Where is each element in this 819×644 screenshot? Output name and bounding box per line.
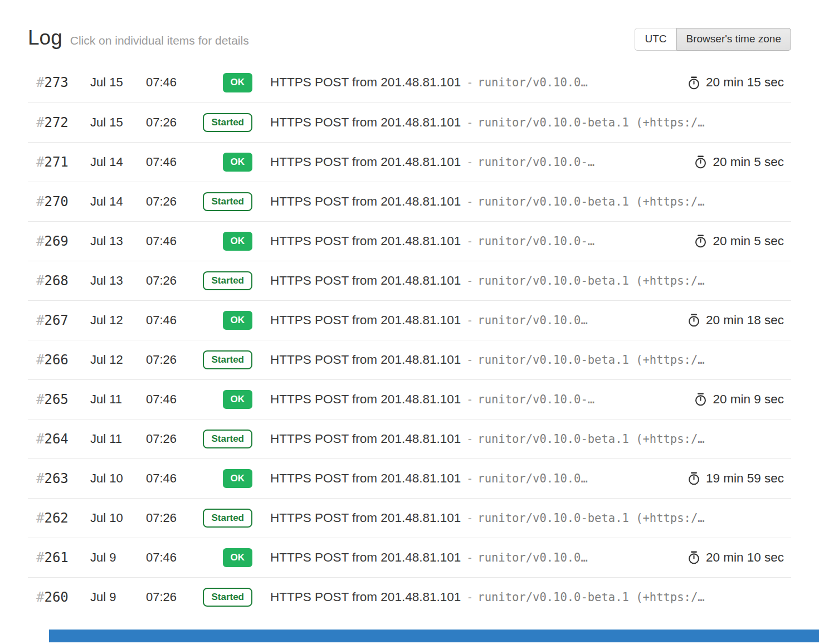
separator-dash: - <box>466 432 473 446</box>
log-row[interactable]: #269 Jul 13 07:46 OK HTTPS POST from 201… <box>28 221 791 261</box>
user-agent-text: runitor/v0.10.0-… <box>477 393 594 406</box>
separator-dash: - <box>466 472 473 485</box>
utc-button[interactable]: UTC <box>635 28 676 51</box>
duration-text: 20 min 15 sec <box>706 75 784 90</box>
event-time: 07:26 <box>146 432 200 446</box>
hash-sign: # <box>36 154 44 170</box>
status-badge-cell: OK <box>200 390 252 409</box>
status-badge: OK <box>223 73 253 92</box>
user-agent-text: runitor/v0.10.0-… <box>477 155 594 169</box>
separator-dash: - <box>466 511 473 525</box>
event-time: 07:46 <box>146 392 200 407</box>
log-row[interactable]: #262 Jul 10 07:26 Started HTTPS POST fro… <box>28 498 791 538</box>
event-time: 07:26 <box>146 194 200 209</box>
event-number-value: 264 <box>44 431 68 447</box>
user-agent-text: runitor/v0.10.0-… <box>477 235 594 248</box>
event-number: #268 <box>36 273 90 289</box>
event-date: Jul 11 <box>90 392 146 407</box>
hash-sign: # <box>36 233 44 249</box>
event-description: HTTPS POST from 201.48.81.101-runitor/v0… <box>270 194 705 209</box>
log-row[interactable]: #263 Jul 10 07:46 OK HTTPS POST from 201… <box>28 458 791 498</box>
event-description: HTTPS POST from 201.48.81.101-runitor/v0… <box>270 432 705 446</box>
user-agent-text: runitor/v0.10.0-beta.1 (+https:/… <box>477 511 704 525</box>
status-badge-cell: OK <box>200 469 252 488</box>
event-date: Jul 13 <box>90 234 146 248</box>
duration-text: 19 min 59 sec <box>706 471 784 486</box>
event-date: Jul 10 <box>90 471 146 486</box>
log-row[interactable]: #271 Jul 14 07:46 OK HTTPS POST from 201… <box>28 142 791 182</box>
status-badge: Started <box>203 350 252 369</box>
event-description: HTTPS POST from 201.48.81.101-runitor/v0… <box>270 590 705 604</box>
event-source-text: HTTPS POST from 201.48.81.101 <box>270 313 461 327</box>
hash-sign: # <box>36 550 44 565</box>
log-row[interactable]: #265 Jul 11 07:46 OK HTTPS POST from 201… <box>28 379 791 419</box>
stopwatch-icon <box>687 550 701 564</box>
user-agent-text: runitor/v0.10.0-beta.1 (+https:/… <box>477 432 704 446</box>
log-row[interactable]: #260 Jul 9 07:26 Started HTTPS POST from… <box>28 577 791 617</box>
event-date: Jul 10 <box>90 511 146 525</box>
event-source-text: HTTPS POST from 201.48.81.101 <box>270 234 461 248</box>
event-duration: 20 min 15 sec <box>676 75 784 90</box>
user-agent-text: runitor/v0.10.0-beta.1 (+https:/… <box>477 353 704 367</box>
event-number-value: 260 <box>44 589 68 605</box>
log-row[interactable]: #264 Jul 11 07:26 Started HTTPS POST fro… <box>28 419 791 458</box>
event-time: 07:26 <box>146 353 200 367</box>
status-badge: OK <box>223 548 253 567</box>
event-number: #269 <box>36 233 90 249</box>
event-date: Jul 9 <box>90 550 146 565</box>
page-subtitle: Click on individual items for details <box>70 34 249 47</box>
status-badge: OK <box>223 153 253 172</box>
log-row[interactable]: #261 Jul 9 07:46 OK HTTPS POST from 201.… <box>28 538 791 577</box>
event-time: 07:26 <box>146 511 200 525</box>
event-description: HTTPS POST from 201.48.81.101-runitor/v0… <box>270 234 594 248</box>
status-badge: OK <box>223 390 253 409</box>
separator-dash: - <box>466 314 473 327</box>
event-duration: 19 min 59 sec <box>676 471 784 486</box>
duration-text: 20 min 5 sec <box>713 155 784 169</box>
hash-sign: # <box>36 75 44 90</box>
event-number-value: 261 <box>44 550 68 565</box>
event-number: #272 <box>36 115 90 130</box>
stopwatch-icon <box>694 392 708 406</box>
event-number-value: 272 <box>44 115 68 130</box>
status-badge: Started <box>203 509 252 528</box>
event-date: Jul 12 <box>90 313 146 328</box>
event-time: 07:26 <box>146 274 200 288</box>
hash-sign: # <box>36 115 44 130</box>
hash-sign: # <box>36 194 44 209</box>
event-source-text: HTTPS POST from 201.48.81.101 <box>270 194 461 208</box>
event-number: #263 <box>36 471 90 486</box>
event-number-value: 267 <box>44 313 68 328</box>
log-row[interactable]: #270 Jul 14 07:26 Started HTTPS POST fro… <box>28 182 791 221</box>
user-agent-text: runitor/v0.10.0… <box>477 76 587 89</box>
status-badge-cell: Started <box>200 113 252 132</box>
separator-dash: - <box>466 591 473 604</box>
separator-dash: - <box>466 393 473 406</box>
stopwatch-icon <box>694 234 708 248</box>
event-duration: 20 min 5 sec <box>682 234 784 248</box>
log-row[interactable]: #273 Jul 15 07:46 OK HTTPS POST from 201… <box>28 63 791 103</box>
event-source-text: HTTPS POST from 201.48.81.101 <box>270 432 461 446</box>
event-source-text: HTTPS POST from 201.48.81.101 <box>270 550 461 564</box>
event-date: Jul 12 <box>90 353 146 367</box>
log-row[interactable]: #267 Jul 12 07:46 OK HTTPS POST from 201… <box>28 300 791 340</box>
stopwatch-icon <box>687 471 701 485</box>
user-agent-text: runitor/v0.10.0-beta.1 (+https:/… <box>477 274 704 287</box>
event-number: #260 <box>36 589 90 605</box>
status-badge-cell: OK <box>200 311 252 330</box>
hash-sign: # <box>36 431 44 447</box>
event-number: #273 <box>36 75 90 90</box>
event-source-text: HTTPS POST from 201.48.81.101 <box>270 353 461 367</box>
status-badge: Started <box>203 588 252 607</box>
event-time: 07:46 <box>146 550 200 565</box>
browser-timezone-button[interactable]: Browser's time zone <box>676 28 791 51</box>
event-number-value: 270 <box>44 194 68 209</box>
status-badge: OK <box>223 232 253 251</box>
log-row[interactable]: #272 Jul 15 07:26 Started HTTPS POST fro… <box>28 103 791 142</box>
event-time: 07:46 <box>146 75 200 90</box>
log-row[interactable]: #266 Jul 12 07:26 Started HTTPS POST fro… <box>28 340 791 379</box>
log-row[interactable]: #268 Jul 13 07:26 Started HTTPS POST fro… <box>28 261 791 300</box>
user-agent-text: runitor/v0.10.0… <box>477 472 587 485</box>
hash-sign: # <box>36 589 44 605</box>
status-badge-cell: Started <box>200 509 252 528</box>
